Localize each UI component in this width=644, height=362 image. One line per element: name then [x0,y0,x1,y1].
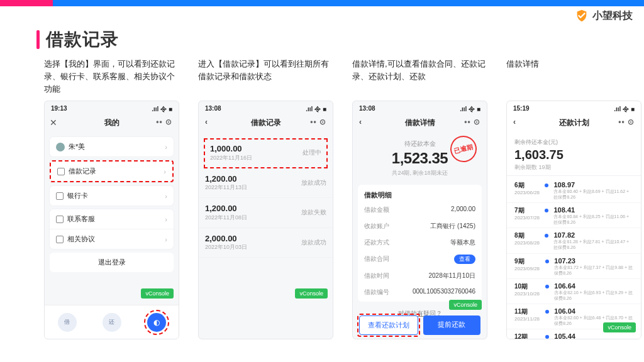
vconsole-badge[interactable]: vConsole [295,288,328,299]
timeline-dot-icon [545,285,549,288]
shield-icon [575,9,589,23]
loan-amount: 1,200.00 [205,204,247,214]
plan-item[interactable]: 7期2023/07/28108.41含本金80.84 + 利息8.25 + 罚息… [507,203,641,228]
view-contract-pill[interactable]: 查看 [454,255,475,264]
vconsole-badge[interactable]: vConsole [141,288,174,299]
screen-repay-plan: 15:19.ııl 令 ■ ‹还款计划•• ⊙ 剩余待还本金(元) 1,603.… [506,101,641,339]
loan-date: 2022年11月16日 [210,154,252,162]
breakdown: 含本金82.16 + 利息6.93 + 罚息9.29 + 担保费8.26 [554,290,633,301]
more-icon[interactable]: •• ⊙ [618,118,635,126]
plan-item[interactable]: 6期2023/06/28108.97含本金80.40 + 利息8.69 + 罚息… [507,178,641,203]
chevron-right-icon: › [164,168,166,175]
vconsole-badge[interactable]: vConsole [449,300,482,310]
period-amount: 106.04 [554,307,633,315]
nav-repay[interactable]: 还 [103,313,121,332]
status-time: 15:19 [513,105,530,114]
menu-item[interactable]: 借款记录› [51,162,172,181]
menu-item[interactable]: 联系客服› [50,209,174,229]
period-amount: 108.97 [553,181,633,189]
loan-row[interactable]: 2,000.002022年10月03日放款成功 [199,228,333,258]
status-time: 19:13 [51,105,67,114]
period: 9期 [514,257,540,266]
plan-item[interactable]: 10期2023/10/28106.64含本金82.16 + 利息6.93 + 罚… [507,279,641,304]
menu-label: 相关协议 [67,234,95,244]
bottom-nav: 借 还 ◐ [45,305,179,339]
nav-mine[interactable]: ◐ [147,313,166,332]
breakdown: 含本金81.28 + 利息7.81 + 罚息10.47 + 担保费8.26 [553,239,633,250]
loan-status: 放款成功 [301,178,326,187]
plan-summary: 剩余待还本金(元) 1,603.75 剩余期数 19期 [507,133,641,176]
period-amount: 107.23 [554,257,633,265]
period: 11期 [514,307,540,316]
detail-row: 借款金额2,000.00 [358,202,482,218]
period: 7期 [514,206,540,215]
plan-list: 6期2023/06/28108.97含本金80.40 + 利息8.69 + 罚息… [507,178,641,339]
due-date: 2023/07/28 [514,215,540,221]
brand-text: 小望科技 [592,9,633,23]
screen-loan-list: 13:08.ııl 令 ■ ‹借款记录•• ⊙ 1,000.002022年11月… [198,101,333,339]
prepay-button[interactable]: 提前还款 [423,315,481,335]
loan-status: 处理中 [303,148,321,157]
more-icon[interactable]: •• ⊙ [464,118,480,126]
period-amount: 107.82 [553,231,633,239]
loan-date: 2022年10月03日 [205,243,247,251]
timeline-dot-icon [545,234,548,238]
back-icon[interactable]: ‹ [359,118,362,126]
detail-row: 借款合同查看 [358,251,482,268]
period: 10期 [514,282,540,291]
due-date: 2023/10/28 [514,291,540,297]
back-icon[interactable]: ‹ [513,118,516,126]
timeline-dot-icon [545,260,549,263]
plan-amount: 1,603.75 [514,148,633,162]
detail-row: 还款方式等额本息 [358,234,482,251]
period-amount: 106.64 [554,282,633,290]
plan-item[interactable]: 9期2023/09/28107.23含本金81.72 + 利息7.37 + 罚息… [507,254,641,279]
headset-icon [56,216,64,223]
card-icon [56,192,64,200]
loan-status: 放款成功 [301,238,326,247]
nav-borrow[interactable]: 借 [58,313,77,332]
timeline-dot-icon [545,184,548,187]
period-amount: 108.41 [553,206,633,214]
due-date: 2023/06/28 [514,190,540,195]
menu-item[interactable]: 银行卡› [50,186,174,206]
due-date: 2023/11/28 [514,316,540,322]
loan-row[interactable]: 1,000.002022年11月16日处理中 [204,138,328,168]
vconsole-badge[interactable]: vConsole [603,322,636,332]
due-date: 2023/09/28 [514,266,540,272]
detail-key: 借款时间 [364,272,389,280]
brand-logo: 小望科技 [575,9,633,23]
chevron-right-icon: › [165,236,167,243]
status-time: 13:08 [359,105,375,114]
chevron-right-icon[interactable]: › [165,143,167,151]
more-icon[interactable]: •• ⊙ [310,118,326,126]
timeline-dot-icon [545,335,549,339]
back-icon[interactable]: ‹ [205,118,208,126]
plan-item[interactable]: 8期2023/08/28107.82含本金81.28 + 利息7.81 + 罚息… [507,228,641,253]
col3-desc: 借款详情,可以查看借款合同、还款记录、还款计划、还款 [352,58,487,97]
loan-amount: 2,000.00 [205,234,247,244]
detail-key: 借款金额 [364,206,389,214]
avatar [56,143,65,151]
loan-date: 2022年11月13日 [205,184,247,192]
logout-button[interactable]: 退出登录 [50,253,174,272]
screen-loan-detail: 13:08.ııl 令 ■ ‹借款详情•• ⊙ 待还款本金 1,523.35 共… [352,101,487,339]
detail-row: 收款账户工商银行 (1425) [358,218,482,234]
detail-row: 借款时间2028年11月10日 [358,268,482,284]
hero-amount-block: 待还款本金 1,523.35 共24期, 剩余18期未还 已逾期 [353,133,487,181]
user-name: 朱*美 [69,142,85,151]
loan-amount: 1,200.00 [205,174,247,184]
period-amount: 105.44 [554,332,633,339]
section-title: 借款明细 [358,186,482,202]
period: 6期 [514,181,540,190]
detail-row: 借款编号000L10053032760046 [358,284,482,300]
doc-icon [56,236,64,243]
more-icon[interactable]: •• ⊙ [156,118,172,126]
detail-value: 工商银行 (1425) [430,222,475,231]
loan-row[interactable]: 1,200.002022年11月08日放款失败 [199,198,333,228]
period: 8期 [514,231,540,240]
menu-item[interactable]: 相关协议› [50,229,174,249]
loan-row[interactable]: 1,200.002022年11月13日放款成功 [199,168,333,199]
view-plan-button[interactable]: 查看还款计划 [359,315,418,335]
chevron-right-icon: › [165,216,167,223]
